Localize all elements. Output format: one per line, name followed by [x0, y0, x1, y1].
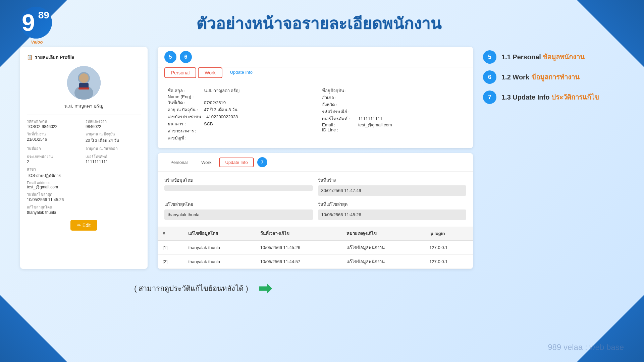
ann-badge-7: 7 — [483, 90, 496, 104]
phone-code-item: รหัสแตะเวลา 9846022 — [86, 118, 141, 129]
update-table-head: # แก้ไขข้อมูลโดย วันที่เวลา-แก้ไข หมายเห… — [158, 227, 473, 241]
update-tab-update-info[interactable]: Update Info — [219, 158, 254, 167]
cell-date-1: 10/05/2566 11:45:26 — [255, 241, 341, 255]
top-tab-row: Personal Work Update Info — [158, 67, 473, 82]
table-row: [1] thanyalak thunla 10/05/2566 11:45:26… — [158, 241, 473, 255]
dept-item: ประเภทพนักงาน 2 — [27, 154, 82, 164]
col-num: # — [158, 227, 183, 241]
step-badge-5: 5 — [164, 51, 176, 63]
form-row-idcard: เลขบัตรประชาชน : 4102200022028 — [168, 113, 309, 120]
bottom-text: ( สามารถดูประวัติแก้ไขย้อนหลังได้ ) — [134, 283, 248, 294]
created-date-field: วันที่สร้าง 30/01/2566 11:47:49 — [318, 177, 467, 196]
annotation-5: 5 1.1 Personal ข้อมูลพนักงาน — [483, 50, 624, 64]
logo-eightynine: 89 — [38, 10, 49, 20]
detail-form: ชื่อ-สกุล : น.ส. กาญลดา อรัญ Name (Eng) … — [158, 82, 473, 148]
position-item: สาขา TOS-ฝ่ายปฏิบัติการ — [27, 166, 141, 179]
profile-panel-title: 📋 รายละเอียด Profile — [27, 54, 141, 61]
ann-text-7: 1.3 Update Info ประวัติการแก้ไข — [501, 92, 599, 103]
detail-card-top: 5 6 Personal Work Update Info ชื่อ-สกุล … — [158, 47, 473, 148]
update-card: Personal Work Update Info 7 สร้างข้อมูลโ… — [158, 153, 473, 269]
update-tab-work[interactable]: Work — [195, 158, 217, 167]
form-row-address: ที่อยู่ปัจจุบัน : — [322, 87, 463, 94]
logo-circle: 9 89 — [20, 7, 52, 39]
cell-by-1: thanyalak thunla — [183, 241, 255, 255]
bottom-section: ( สามารถดูประวัติแก้ไขย้อนหลังได้ ) ➡ — [0, 276, 644, 304]
form-right-col: ที่อยู่ปัจจุบัน : อำเภอ : จังหวัด : รหัส… — [322, 87, 463, 141]
detail-area: 5 6 Personal Work Update Info ชื่อ-สกุล … — [158, 47, 473, 269]
logo: 9 89 Veloo — [20, 7, 54, 40]
resign-date-item: วันที่ออก — [27, 145, 82, 152]
form-row-name: ชื่อ-สกุล : น.ส. กาญลดา อรัญ — [168, 87, 309, 94]
edited-date-input: 10/05/2566 11:45:26 — [318, 209, 467, 220]
avatar-name: น.ส. กาญลดา อรัญ — [64, 102, 104, 110]
logo-nine: 9 — [22, 11, 35, 35]
step-badges-row: 5 6 — [158, 47, 473, 67]
cell-note-1: แก้ไขข้อมูลพนักงาน — [341, 241, 425, 255]
cell-num-1: [1] — [158, 241, 183, 255]
annotations-panel: 5 1.1 Personal ข้อมูลพนักงาน 6 1.2 Work … — [483, 47, 624, 269]
edited-by-item: แก้ไขล่าสุดโดย thanyalak thunla — [27, 204, 141, 215]
watermark: 989 velaa : web base — [548, 343, 624, 352]
created-by-input — [164, 185, 313, 191]
svg-rect-5 — [78, 87, 89, 89]
annotation-7: 7 1.3 Update Info ประวัติการแก้ไข — [483, 90, 624, 104]
form-row-age: อายุ ณ ปัจจุบัน : 47 ปี 3 เดือน 8 วัน — [168, 106, 309, 113]
form-row-district: อำเภอ : — [322, 94, 463, 101]
form-left-col: ชื่อ-สกุล : น.ส. กาญลดา อรัญ Name (Eng) … — [168, 87, 309, 141]
svg-point-3 — [79, 73, 89, 83]
profile-info-grid: รหัสพนักงาน TOSO2-9846022 รหัสแตะเวลา 98… — [27, 118, 141, 215]
form-row-province: จังหวัด : — [322, 101, 463, 108]
avatar — [67, 66, 101, 100]
cell-by-2: thanyalak thunla — [183, 255, 255, 269]
page-title: ตัวอย่างหน้าจอรายละเอียดพนักงาน — [54, 11, 584, 36]
email-item: Email address test_@gmail.com — [27, 181, 141, 189]
form-row-bankaccount: เลขบัญชี : — [168, 134, 309, 141]
form-row-bankbranch: สาขาธนาคาร : — [168, 127, 309, 134]
corner-decoration-bl — [0, 295, 67, 362]
edit-button[interactable]: ✏ Edit — [70, 220, 97, 231]
step-badge-6: 6 — [180, 51, 192, 63]
cell-note-2: แก้ไขข้อมูลพนักงาน — [341, 255, 425, 269]
update-tabs-row: Personal Work Update Info 7 — [158, 153, 473, 172]
ann-badge-5: 5 — [483, 50, 496, 64]
phone-item: เบอร์โทรศัพท์ 1111111111 — [86, 154, 141, 164]
employee-id-item: รหัสพนักงาน TOSO2-9846022 — [27, 118, 82, 129]
update-table-body: [1] thanyalak thunla 10/05/2566 11:45:26… — [158, 241, 473, 269]
arrow-right-icon: ➡ — [258, 279, 272, 298]
start-date-item: วันที่เริ่มงาน 21/01/2546 — [27, 131, 82, 143]
tab-update-info[interactable]: Update Info — [224, 67, 259, 78]
ann-text-5: 1.1 Personal ข้อมูลพนักงาน — [501, 52, 585, 62]
ann-badge-6: 6 — [483, 70, 496, 84]
update-info-grid: สร้างข้อมูลโดย วันที่สร้าง 30/01/2566 11… — [158, 172, 473, 225]
cell-ip-2: 127.0.0.1 — [424, 255, 473, 269]
avatar-container: น.ส. กาญลดา อรัญ — [27, 66, 141, 110]
form-row-email: Email : test_@gmail.com — [322, 122, 463, 127]
col-by: แก้ไขข้อมูลโดย — [183, 227, 255, 241]
edited-by-input: thanyalak thunla — [164, 209, 313, 220]
edited-date-field: วันที่แก้ไขล่าสุด 10/05/2566 11:45:26 — [318, 201, 467, 220]
step-badge-7: 7 — [257, 157, 267, 167]
age-current-item: อายุงาน ณ ปัจจุบัน 20 ปี 3 เดือน 24 วัน — [86, 131, 141, 143]
edited-date-item: วันที่แก้ไขล่าสุด 10/05/2566 11:45:26 — [27, 191, 141, 202]
form-row-dob: วันที่เกิด : 07/02/2519 — [168, 99, 309, 106]
form-row-zipcode: รหัสไปรษณีย์ : — [322, 108, 463, 115]
edited-by-field: แก้ไขล่าสุดโดย thanyalak thunla — [164, 201, 313, 220]
header: 9 89 Veloo ตัวอย่างหน้าจอรายละเอียดพนักง… — [0, 0, 644, 44]
profile-divider — [27, 115, 141, 115]
created-date-input: 30/01/2566 11:47:49 — [318, 185, 467, 196]
table-row: [2] thanyalak thunla 10/05/2566 11:44:57… — [158, 255, 473, 269]
col-date: วันที่เวลา-แก้ไข — [255, 227, 341, 241]
form-row-nameeng: Name (Eng) : — [168, 94, 309, 99]
tab-personal[interactable]: Personal — [164, 67, 196, 78]
age-resign-item: อายุงาน ณ วันที่ออก — [86, 145, 141, 152]
profile-panel: 📋 รายละเอียด Profile น.ส. กาญลดา อรัญ รห… — [20, 47, 148, 269]
update-tab-personal[interactable]: Personal — [164, 158, 194, 167]
tab-work[interactable]: Work — [198, 67, 222, 78]
created-by-field: สร้างข้อมูลโดย — [164, 177, 313, 196]
update-table: # แก้ไขข้อมูลโดย วันที่เวลา-แก้ไข หมายเห… — [158, 227, 473, 269]
main-content: 📋 รายละเอียด Profile น.ส. กาญลดา อรัญ รห… — [0, 44, 644, 276]
ann-text-6: 1.2 Work ข้อมูลการทำงาน — [501, 72, 580, 82]
form-row-phone: เบอร์โทรศัพท์ : 1111111111 — [322, 115, 463, 122]
cell-date-2: 10/05/2566 11:44:57 — [255, 255, 341, 269]
col-note: หมายเหตุ-แก้ไข — [341, 227, 425, 241]
